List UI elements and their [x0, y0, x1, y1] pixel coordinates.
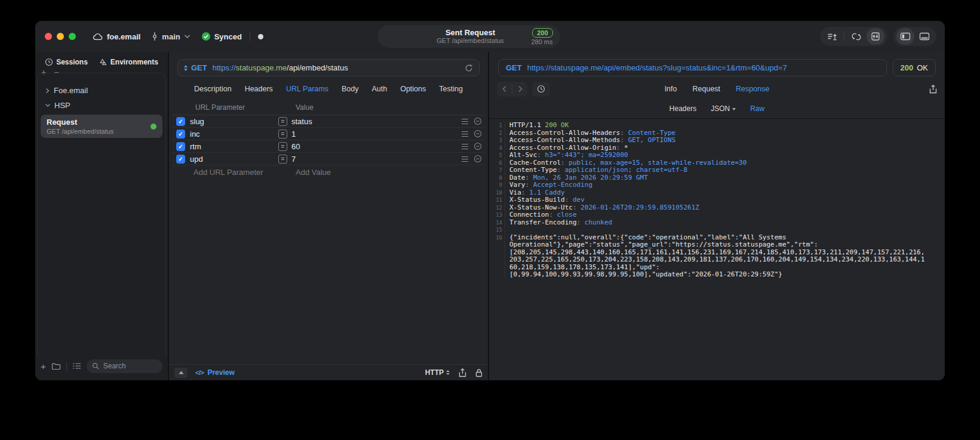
tab-response[interactable]: Response [736, 85, 769, 93]
sessions-label: Sessions [56, 58, 88, 66]
tab-body[interactable]: Body [342, 85, 359, 93]
tab-testing[interactable]: Testing [439, 85, 463, 93]
tab-headers[interactable]: Headers [245, 85, 273, 93]
param-row-inc: ✓inc=1 [173, 128, 484, 140]
param-value-input[interactable]: status [291, 117, 456, 126]
cloud-icon [93, 32, 103, 41]
add-value-placeholder[interactable]: Add Value [296, 168, 331, 177]
tab-sessions[interactable]: Sessions [45, 58, 88, 66]
sidebar-search[interactable] [87, 359, 162, 373]
clock-icon [45, 58, 53, 66]
list-arrow-up-icon [827, 32, 837, 41]
sync-status[interactable]: Synced [201, 32, 242, 41]
sidebar-request-item[interactable]: Request GET /api/embed/status [41, 115, 162, 138]
toggle-bottom-panel-button[interactable] [916, 28, 933, 45]
param-value-input[interactable]: 1 [291, 130, 456, 139]
param-checkbox[interactable]: ✓ [176, 130, 185, 139]
param-checkbox[interactable]: ✓ [176, 155, 185, 164]
resend-button[interactable] [465, 64, 473, 72]
preview-label: Preview [207, 368, 234, 377]
tree-item-foe-email[interactable]: Foe.email [38, 83, 165, 98]
project-switcher[interactable]: foe.email [93, 32, 140, 41]
folder-icon [51, 362, 61, 370]
param-name-input[interactable]: upd [190, 155, 278, 164]
lock-button[interactable] [475, 368, 483, 377]
request-url[interactable]: https://statuspage.me/api/embed/status [213, 63, 348, 72]
request-summary-pill[interactable]: Sent Request GET /api/embed/status 200 2… [377, 25, 560, 48]
request-url-bar[interactable]: GET https://statuspage.me/api/embed/stat… [177, 59, 480, 76]
request-summary-subtitle: GET /api/embed/status [410, 37, 532, 45]
export-button[interactable] [459, 368, 466, 377]
chevron-down-icon [45, 103, 51, 108]
updown-arrows-icon [446, 370, 450, 375]
response-url-bar[interactable]: GET https://statuspage.me/api/embed/stat… [498, 59, 887, 76]
line-number: 1 [489, 122, 505, 130]
send-receive-button[interactable] [867, 28, 884, 45]
tab-info[interactable]: Info [665, 85, 677, 93]
subtab-headers[interactable]: Headers [669, 104, 696, 113]
search-input[interactable] [102, 361, 157, 371]
param-name-input[interactable]: rtm [190, 142, 278, 151]
preview-button[interactable]: </> Preview [195, 368, 235, 377]
param-checkbox[interactable]: ✓ [176, 117, 185, 126]
remove-row-icon[interactable] [474, 117, 482, 125]
expand-panel-button[interactable] [174, 368, 188, 378]
response-status-badge: 200 OK [893, 59, 936, 76]
request-method[interactable]: GET [191, 63, 207, 72]
method-stepper-icon[interactable] [184, 65, 188, 71]
request-summary-status: 200 280 ms [531, 28, 560, 45]
request-item-subtitle: GET /api/embed/status [47, 128, 150, 135]
tab-url-params[interactable]: URL Params [286, 85, 328, 93]
sync-loop-button[interactable] [847, 28, 865, 45]
tab-options[interactable]: Options [400, 85, 426, 93]
remove-row-icon[interactable] [474, 142, 482, 150]
protocol-selector[interactable]: HTTP [425, 368, 450, 377]
subtab-raw[interactable]: Raw [750, 104, 764, 113]
footer-separator [66, 362, 67, 371]
param-checkbox[interactable]: ✓ [176, 142, 185, 151]
lock-icon [475, 368, 483, 377]
line-number: 14 [489, 219, 505, 227]
subtab-json[interactable]: JSON [711, 104, 736, 113]
toolbar-right [820, 27, 936, 46]
drag-handle-icon[interactable] [461, 143, 469, 150]
line-number: 16 [489, 234, 505, 242]
drag-handle-icon[interactable] [461, 118, 469, 125]
tree-item-hsp[interactable]: HSP [38, 98, 165, 113]
response-tabs: InfoRequestResponse [489, 85, 945, 93]
tab-description[interactable]: Description [194, 85, 232, 93]
zoom-window-button[interactable] [69, 33, 76, 40]
tab-auth[interactable]: Auth [371, 85, 387, 93]
url-scheme: https:// [213, 63, 236, 72]
params-table-header: URL Parameter Value [173, 101, 484, 115]
drag-handle-icon[interactable] [461, 156, 469, 162]
close-window-button[interactable] [45, 33, 52, 40]
url-path: /api/embed/status [287, 63, 348, 72]
remove-row-icon[interactable] [474, 130, 482, 138]
remove-row-icon[interactable] [474, 155, 482, 163]
params-add-row[interactable]: Add URL Parameter Add Value [173, 165, 484, 180]
line-number: 12 [489, 204, 505, 212]
request-item-title: Request [47, 118, 150, 127]
param-name-input[interactable]: inc [190, 130, 278, 139]
view-options-button[interactable] [72, 362, 81, 370]
param-name-input[interactable]: slug [190, 117, 278, 126]
add-parameter-placeholder[interactable]: Add URL Parameter [193, 168, 263, 177]
requests-list-button[interactable] [823, 28, 841, 45]
response-raw-content[interactable]: 1HTTP/1.1 200 OK2Access-Control-Allow-He… [489, 119, 945, 380]
sidebar-left-icon [900, 32, 911, 41]
param-value-input[interactable]: 60 [291, 142, 456, 151]
tab-environments[interactable]: Environments [99, 58, 158, 66]
environments-label: Environments [110, 58, 158, 66]
titlebar: foe.email main Synced [35, 21, 945, 52]
param-value-input[interactable]: 7 [291, 155, 456, 164]
toggle-left-sidebar-button[interactable] [896, 28, 914, 45]
branch-name: main [162, 32, 180, 41]
add-request-button[interactable]: + [41, 361, 46, 371]
drag-handle-icon[interactable] [461, 131, 469, 137]
traffic-lights [45, 33, 76, 40]
minimize-window-button[interactable] [57, 33, 64, 40]
tab-request[interactable]: Request [693, 85, 721, 93]
new-group-button[interactable] [51, 362, 61, 370]
branch-selector[interactable]: main [151, 32, 190, 41]
